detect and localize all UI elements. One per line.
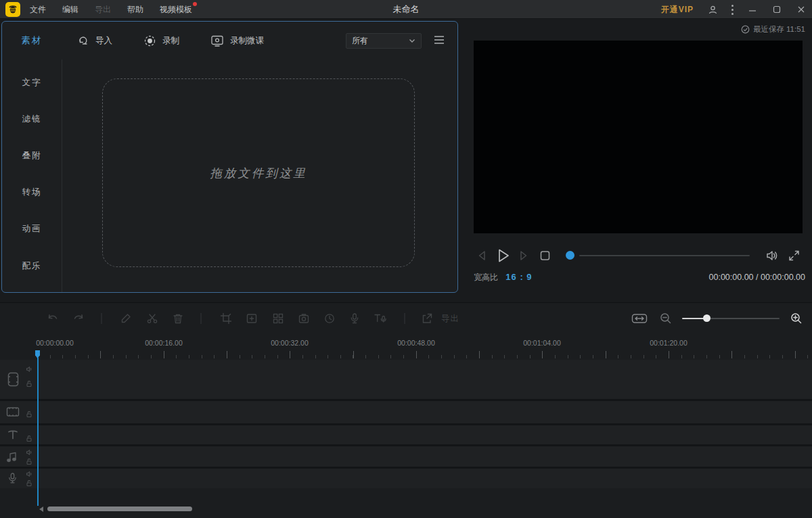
account-icon[interactable] — [707, 4, 718, 15]
import-button[interactable]: 导入 — [76, 34, 112, 47]
track-mute-icon[interactable] — [26, 449, 32, 456]
track-voiceover[interactable] — [0, 469, 812, 488]
media-library-panel: 素材 文字 滤镜 叠附 转场 动画 配乐 导入 录制 录制微课 所有 — [1, 21, 458, 293]
timeline-hscrollbar[interactable] — [47, 507, 192, 511]
stop-button[interactable] — [539, 250, 551, 262]
export-button-label[interactable]: 导出 — [441, 312, 459, 324]
duration-button[interactable] — [323, 312, 336, 325]
autosave-text: 最近保存 11:51 — [753, 24, 805, 34]
text-track-icon — [7, 429, 19, 441]
maximize-button[interactable] — [771, 4, 782, 15]
video-track-icon — [5, 371, 21, 387]
tab-media[interactable]: 素材 — [2, 22, 62, 60]
track-mute-icon[interactable] — [26, 366, 32, 373]
music-track-icon — [5, 450, 19, 463]
freeze-frame-button[interactable] — [298, 312, 311, 325]
pip-track-icon — [5, 406, 20, 418]
track-mute-icon[interactable] — [26, 471, 32, 477]
record-lesson-button[interactable]: 录制微课 — [210, 34, 264, 47]
close-button[interactable] — [796, 4, 807, 15]
record-label: 录制 — [162, 35, 179, 47]
record-icon — [143, 34, 156, 47]
sidebar-item-transitions[interactable]: 转场 — [2, 185, 62, 199]
export-button[interactable] — [421, 312, 434, 325]
timeline-ruler[interactable]: 00:00:00.00 00:00:16.00 00:00:32.00 00:0… — [0, 333, 812, 359]
aspect-ratio-label: 宽高比 — [474, 273, 498, 282]
app-logo-icon[interactable] — [5, 2, 20, 17]
ruler-label: 00:00:00.00 — [36, 339, 73, 347]
vip-button[interactable]: 开通VIP — [661, 4, 694, 16]
track-lock-icon[interactable] — [26, 458, 32, 465]
dropzone-text: 拖放文件到这里 — [210, 165, 307, 181]
track-lock-icon[interactable] — [26, 435, 32, 442]
menu-export[interactable]: 导出 — [95, 4, 111, 16]
sidebar-item-animation[interactable]: 动画 — [2, 222, 62, 235]
text-to-speech-button[interactable] — [374, 312, 388, 325]
ruler-label: 00:01:20.00 — [650, 339, 687, 347]
track-pip[interactable] — [0, 401, 812, 423]
track-text[interactable] — [0, 425, 812, 444]
chevron-down-icon — [409, 39, 415, 43]
ruler-label: 00:00:48.00 — [397, 339, 434, 347]
voiceover-button[interactable] — [348, 312, 361, 325]
menu-file[interactable]: 文件 — [30, 4, 46, 16]
menubar-right: 开通VIP — [661, 0, 807, 19]
toolbar-separator — [405, 313, 405, 324]
menubar: 文件 编辑 导出 帮助 视频模板 未命名 开通VIP — [0, 0, 812, 19]
track-lock-icon[interactable] — [26, 410, 32, 418]
timeline-zoom-handle[interactable] — [703, 314, 710, 322]
edit-button[interactable] — [120, 312, 133, 325]
toolbar-separator — [201, 313, 202, 324]
volume-button[interactable] — [765, 249, 779, 263]
undo-button[interactable] — [46, 312, 60, 325]
import-label: 导入 — [95, 35, 112, 47]
menu-items: 文件 编辑 导出 帮助 视频模板 — [30, 0, 192, 19]
app-window: 文件 编辑 导出 帮助 视频模板 未命名 开通VIP 素材 — [0, 0, 812, 518]
fit-timeline-button[interactable] — [631, 312, 648, 325]
split-button[interactable] — [146, 312, 159, 325]
voiceover-track-icon — [7, 472, 18, 485]
ruler-label: 00:01:04.00 — [523, 339, 560, 347]
seek-handle[interactable] — [566, 251, 574, 260]
aspect-ratio-value[interactable]: 16 : 9 — [505, 272, 532, 282]
mosaic-button[interactable] — [272, 312, 285, 325]
sidebar-item-filters[interactable]: 滤镜 — [2, 112, 62, 126]
list-view-icon — [434, 35, 445, 45]
playhead-line[interactable] — [37, 358, 39, 506]
menu-video-templates[interactable]: 视频模板 — [160, 4, 192, 16]
fullscreen-button[interactable] — [788, 250, 800, 262]
more-menu-icon[interactable] — [731, 5, 734, 15]
scroll-left-arrow-icon[interactable] — [39, 507, 43, 512]
track-lock-icon[interactable] — [26, 479, 32, 487]
next-frame-button[interactable] — [518, 250, 530, 262]
prev-frame-button[interactable] — [476, 250, 488, 262]
zoom-out-button[interactable] — [660, 312, 673, 325]
sidebar-item-text[interactable]: 文字 — [2, 76, 62, 89]
track-lock-icon[interactable] — [26, 380, 32, 387]
zoom-in-button[interactable] — [790, 312, 803, 325]
minimize-button[interactable] — [747, 4, 758, 15]
menu-help[interactable]: 帮助 — [127, 4, 143, 16]
crop-button[interactable] — [220, 312, 233, 325]
sidebar-item-overlays[interactable]: 叠附 — [2, 149, 62, 162]
ruler-ticks — [37, 350, 812, 358]
play-button[interactable] — [495, 248, 512, 264]
track-video[interactable] — [0, 360, 812, 399]
edit-toolbar: 导出 — [0, 303, 812, 333]
playback-controls — [470, 243, 809, 268]
list-view-button[interactable] — [434, 35, 445, 45]
menu-video-templates-label: 视频模板 — [160, 5, 192, 14]
redo-button[interactable] — [72, 312, 85, 325]
media-filter-select[interactable]: 所有 — [346, 33, 422, 49]
record-button[interactable]: 录制 — [143, 34, 179, 47]
delete-button[interactable] — [172, 312, 185, 325]
track-music[interactable] — [0, 446, 812, 467]
ruler-label: 00:00:16.00 — [145, 339, 182, 347]
record-lesson-label: 录制微课 — [230, 35, 264, 47]
timecode: 00:00:00.00 / 00:00:00.00 — [709, 273, 806, 282]
zoom-clip-button[interactable] — [246, 312, 258, 325]
sidebar-item-music[interactable]: 配乐 — [2, 259, 62, 273]
media-dropzone[interactable]: 拖放文件到这里 — [102, 78, 415, 267]
seek-slider[interactable] — [579, 255, 750, 256]
menu-edit[interactable]: 编辑 — [62, 4, 78, 16]
